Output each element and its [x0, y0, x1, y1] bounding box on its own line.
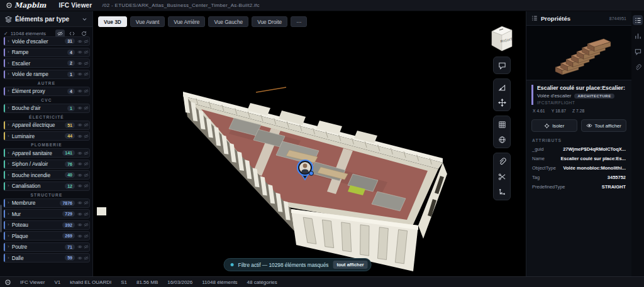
eye-off-icon[interactable] [83, 173, 89, 178]
eye-off-icon[interactable] [83, 50, 89, 55]
element-type-row[interactable]: ›Volée d'escalier31 [3, 36, 90, 46]
eye-off-icon[interactable] [83, 39, 89, 44]
attribute-key: Name [532, 156, 545, 161]
eye-off-icon[interactable] [83, 72, 89, 77]
eye-off-icon[interactable] [83, 200, 89, 205]
section-cut-tool-button[interactable] [494, 169, 509, 184]
eye-icon[interactable] [77, 72, 83, 77]
category-color-bar [4, 254, 5, 262]
sidebar-scrollbar[interactable] [0, 205, 2, 232]
element-type-label: Bouche d'air [12, 105, 67, 111]
view-button[interactable]: Vue Arrière [168, 16, 205, 27]
tab-properties[interactable] [633, 15, 643, 25]
view-button[interactable]: Vue 3D [98, 16, 127, 27]
eye-icon[interactable] [77, 134, 83, 139]
eye-icon[interactable] [77, 39, 83, 44]
element-type-row[interactable]: ›Volée de rampe1 [3, 70, 90, 79]
eye-icon[interactable] [77, 173, 83, 178]
elements-panel-header[interactable]: Éléments par type [0, 11, 92, 27]
comment-tool-button[interactable] [494, 58, 509, 73]
eye-icon[interactable] [77, 106, 83, 111]
attribute-row: NameEscalier coulé sur place:Es... [526, 154, 631, 163]
eye-off-icon[interactable] [83, 122, 89, 127]
eye-off-icon[interactable] [83, 151, 89, 156]
view-cube[interactable]: RIGHT [488, 24, 514, 54]
eye-icon[interactable] [77, 222, 83, 227]
pan-tool-button[interactable] [494, 95, 509, 110]
object-preview[interactable] [526, 26, 631, 80]
attribute-key: _guid [532, 146, 543, 152]
eye-off-icon[interactable] [83, 89, 89, 94]
eye-off-icon[interactable] [83, 161, 89, 166]
eye-off-icon[interactable] [83, 106, 89, 111]
element-type-row[interactable]: ›Dalle59 [3, 253, 90, 263]
object-coordinates: X 4.61 Y 18.87 Z 7.28 [531, 109, 626, 113]
building-model-canvas[interactable] [93, 11, 526, 276]
3d-viewport[interactable]: Vue 3DVue AvantVue ArrièreVue GaucheVue … [93, 11, 526, 276]
eye-icon[interactable] [77, 50, 83, 55]
grid-tool-button[interactable] [494, 117, 509, 132]
eye-off-icon[interactable] [83, 134, 89, 139]
element-type-row[interactable]: ›Appareil sanitaire141 [3, 148, 90, 158]
show-all-elements-button[interactable]: Tout afficher [581, 119, 627, 132]
eye-off-icon[interactable] [83, 183, 89, 188]
properties-header: Propriétés 8744951 [526, 11, 631, 26]
eye-off-icon[interactable] [83, 256, 89, 261]
eye-icon[interactable] [77, 161, 83, 166]
view-button[interactable]: Vue Droite [252, 16, 287, 27]
eye-off-icon[interactable] [83, 212, 89, 217]
eye-off-icon[interactable] [83, 234, 89, 239]
object-id: 8744951 [609, 16, 626, 21]
isolate-button[interactable]: Isoler [531, 119, 577, 132]
element-type-row[interactable]: ›Poteau392 [3, 220, 90, 230]
axes-tool-button[interactable] [494, 184, 509, 199]
eye-off-icon[interactable] [83, 61, 89, 66]
element-type-row[interactable]: ›Escalier2 [3, 58, 90, 68]
category-color-bar [4, 70, 5, 79]
element-type-row[interactable]: ›Bouche incendie40 [3, 170, 90, 180]
element-type-row[interactable]: ›Canalisation12 [3, 181, 90, 191]
axes-icon [498, 188, 506, 196]
eye-icon[interactable] [77, 89, 83, 94]
attribute-row: PredefinedTypeSTRAIGHT [526, 182, 631, 192]
element-type-row[interactable]: ›Plaque269 [3, 231, 90, 241]
tab-quantities[interactable] [633, 31, 643, 41]
element-type-row[interactable]: ›Bouche d'air1 [3, 104, 90, 113]
eye-icon[interactable] [77, 244, 83, 249]
comment-icon [498, 62, 506, 70]
element-type-row[interactable]: ›Siphon / Avaloir76 [3, 160, 90, 169]
element-type-row[interactable]: ›Appareil électrique51 [3, 121, 90, 130]
element-type-row[interactable]: ›Membrure7876 [3, 198, 90, 208]
eye-off-icon[interactable] [83, 222, 89, 227]
tab-comments[interactable] [633, 46, 643, 57]
eye-icon[interactable] [77, 183, 83, 188]
eye-icon[interactable] [77, 122, 83, 127]
eye-icon[interactable] [77, 256, 83, 261]
element-type-row[interactable]: ›Élément proxy4 [3, 87, 90, 96]
category-color-bar [4, 160, 5, 168]
eye-icon[interactable] [77, 151, 83, 156]
element-count-badge: 44 [65, 133, 75, 139]
element-type-row[interactable]: ›Luminaire44 [3, 131, 90, 141]
view-button[interactable]: Vue Avant [130, 16, 165, 27]
globe-tool-button[interactable] [494, 132, 509, 147]
eye-icon[interactable] [77, 234, 83, 239]
chevron-down-icon[interactable] [82, 16, 87, 22]
element-type-row[interactable]: ›Mur729 [3, 209, 90, 219]
attribute-value: 27WjmeP$D4qRMoICToqX... [547, 146, 626, 152]
tab-attachments[interactable] [633, 62, 643, 72]
show-all-button[interactable]: tout afficher [333, 261, 367, 269]
eye-icon[interactable] [77, 212, 83, 217]
eye-icon[interactable] [77, 200, 83, 205]
eye-off-icon[interactable] [83, 244, 89, 249]
element-type-row[interactable]: ›Rampe4 [3, 48, 90, 57]
attach-tool-button[interactable] [494, 154, 509, 169]
measure-tool-button[interactable] [494, 80, 509, 95]
view-button[interactable]: Vue Gauche [208, 16, 248, 27]
category-color-bar [4, 199, 5, 207]
element-type-row[interactable]: ›Poutre71 [3, 242, 90, 252]
eye-icon[interactable] [77, 61, 83, 66]
attribute-key: ObjectType [532, 165, 556, 171]
view-button[interactable]: ··· [291, 16, 307, 27]
paperclip-icon [498, 158, 506, 166]
